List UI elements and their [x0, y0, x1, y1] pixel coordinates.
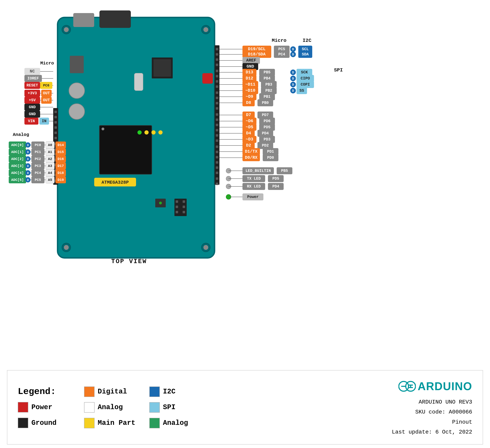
- svg-point-68: [203, 245, 208, 250]
- svg-rect-9: [99, 126, 152, 174]
- svg-text:D7: D7: [246, 113, 251, 117]
- legend-color-power: [18, 402, 28, 413]
- svg-text:PD0: PD0: [267, 156, 274, 160]
- svg-text:NC: NC: [30, 69, 35, 74]
- svg-rect-51: [216, 134, 218, 137]
- legend-item-ground: Ground: [18, 418, 70, 428]
- svg-rect-52: [216, 139, 218, 142]
- svg-text:A0: A0: [48, 143, 52, 147]
- svg-text:Analog: Analog: [13, 132, 29, 137]
- svg-rect-56: [216, 161, 218, 164]
- svg-rect-22: [54, 121, 57, 124]
- svg-text:ADC[2]: ADC[2]: [11, 157, 24, 161]
- svg-text:PC3: PC3: [35, 164, 41, 168]
- svg-rect-60: [216, 183, 218, 185]
- svg-rect-37: [216, 58, 218, 61]
- svg-text:OUT: OUT: [43, 91, 50, 95]
- svg-text:PC1: PC1: [35, 150, 41, 154]
- svg-rect-75: [183, 211, 185, 213]
- arduino-info: ARDUINO ARDUINO UNO REV3 SKU code: A0000…: [392, 377, 472, 437]
- main-area: ATMEGA328P: [0, 0, 490, 367]
- svg-text:D0/RX: D0/RX: [245, 155, 258, 160]
- svg-text:ATMEGA328P: ATMEGA328P: [102, 180, 129, 185]
- svg-text:TOP VIEW: TOP VIEW: [111, 258, 147, 265]
- legend-color-analog-white: [84, 402, 95, 413]
- svg-text:PC6: PC6: [43, 84, 49, 87]
- svg-text:A5: A5: [48, 178, 52, 182]
- svg-text:I2C: I2C: [303, 38, 312, 43]
- legend-color-mainpart: [84, 418, 95, 428]
- svg-text:PB0: PB0: [262, 101, 269, 105]
- svg-text:D16: D16: [58, 157, 64, 161]
- svg-point-18: [138, 130, 142, 135]
- svg-rect-71: [176, 206, 178, 208]
- svg-rect-58: [216, 172, 218, 174]
- svg-rect-55: [216, 156, 218, 158]
- svg-text:D12: D12: [246, 76, 253, 81]
- svg-text:PB2: PB2: [265, 89, 272, 93]
- svg-text:A4: A4: [48, 171, 52, 175]
- svg-rect-20: [54, 111, 57, 113]
- svg-rect-14: [154, 59, 171, 77]
- legend-color-ground: [18, 418, 28, 428]
- svg-rect-39: [216, 70, 218, 72]
- legend-color-analog-green: [149, 418, 160, 428]
- svg-text:D4: D4: [246, 131, 251, 135]
- svg-point-10: [102, 127, 104, 130]
- svg-text:D: D: [27, 144, 29, 147]
- svg-rect-2: [99, 10, 131, 28]
- svg-rect-41: [216, 80, 218, 83]
- svg-text:D1/TX: D1/TX: [245, 149, 258, 154]
- svg-point-15: [144, 130, 149, 135]
- svg-rect-74: [183, 206, 185, 208]
- svg-text:GND: GND: [246, 64, 254, 69]
- svg-rect-35: [216, 48, 218, 50]
- svg-text:PB4: PB4: [263, 76, 271, 81]
- svg-text:D: D: [292, 71, 294, 74]
- svg-text:SCL: SCL: [302, 47, 309, 51]
- svg-text:D13: D13: [246, 70, 253, 75]
- svg-rect-45: [216, 102, 218, 104]
- svg-text:PD3: PD3: [263, 137, 271, 142]
- svg-rect-57: [216, 166, 218, 169]
- svg-text:D: D: [292, 89, 294, 93]
- svg-text:PB5: PB5: [263, 70, 271, 75]
- svg-text:Micro: Micro: [40, 61, 54, 66]
- svg-text:RESET: RESET: [26, 83, 38, 88]
- svg-text:PD5: PD5: [272, 177, 279, 181]
- svg-text:GND: GND: [29, 112, 36, 116]
- svg-text:~D3: ~D3: [246, 137, 253, 142]
- svg-rect-44: [216, 97, 218, 99]
- page-wrapper: ATMEGA328P: [0, 0, 490, 448]
- svg-point-64: [203, 27, 208, 32]
- svg-text:D17: D17: [58, 164, 64, 168]
- svg-text:PD4: PD4: [262, 131, 269, 135]
- svg-rect-54: [216, 151, 218, 153]
- arduino-logo: ARDUINO: [392, 377, 472, 395]
- svg-text:D: D: [27, 179, 29, 182]
- svg-text:D: D: [292, 77, 294, 80]
- svg-point-6: [69, 104, 85, 119]
- svg-text:IN: IN: [42, 119, 46, 123]
- svg-text:PD5: PD5: [263, 125, 271, 129]
- svg-text:~D5: ~D5: [246, 125, 253, 129]
- svg-text:RX LED: RX LED: [247, 184, 261, 189]
- svg-rect-3: [73, 13, 94, 27]
- svg-text:ADC[0]: ADC[0]: [11, 143, 24, 147]
- svg-rect-25: [54, 137, 57, 139]
- svg-point-16: [151, 130, 156, 135]
- svg-text:~D10: ~D10: [245, 88, 255, 93]
- svg-text:SDA: SDA: [302, 52, 309, 57]
- svg-text:D: D: [292, 83, 294, 86]
- svg-text:ADC[4]: ADC[4]: [11, 171, 24, 175]
- svg-text:ADC[1]: ADC[1]: [11, 150, 24, 154]
- arduino-brand: ARDUINO: [418, 377, 472, 395]
- svg-text:~D11: ~D11: [245, 82, 255, 87]
- svg-text:D: D: [292, 48, 294, 51]
- svg-text:PD2: PD2: [262, 144, 269, 148]
- svg-text:PC5: PC5: [35, 178, 41, 182]
- svg-text:~D6: ~D6: [246, 119, 253, 123]
- svg-rect-40: [216, 75, 218, 77]
- legend-color-spi: [149, 402, 160, 413]
- legend-item-digital: Digital: [84, 387, 135, 397]
